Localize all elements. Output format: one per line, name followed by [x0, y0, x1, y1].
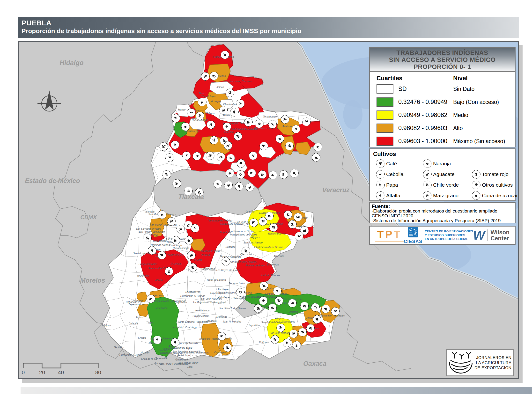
municipality-label: Atlixco [155, 279, 163, 281]
municipality-label: Puebla [194, 258, 202, 261]
crop-icon [227, 154, 235, 162]
cultivo-label: Caña de azucar [482, 193, 518, 198]
crop-icon [271, 335, 279, 344]
municipality-label: Juan N. Méndez [222, 320, 241, 323]
compass-rose [36, 85, 63, 117]
municipality-label: Chiautla [129, 322, 138, 325]
cultivo-item-tomate-rojo: Tomate rojo [471, 169, 481, 180]
legend-row-max: 0.99603 - 1.00000Máximo (Sin acceso) [370, 136, 515, 148]
municipality-label: Aljojuca [251, 236, 260, 239]
tpt-letter-p: P [385, 228, 394, 240]
municipality-label: San Miguel Ixitlán [179, 361, 199, 364]
crop-icon [268, 304, 277, 312]
crop-icon [255, 120, 263, 128]
crop-icon [423, 159, 431, 168]
crop-icon [259, 217, 267, 225]
municipality-label: Tecamachalco [228, 282, 245, 285]
crop-icon [295, 232, 303, 240]
crop-icon [230, 108, 238, 116]
wilson-divider [487, 229, 488, 241]
cultivo-item-otros-cultivos: Otros cultivos [471, 180, 481, 191]
cultivo-label: Alfalfa [386, 193, 400, 198]
tpt-tagline-bar [375, 241, 404, 242]
page: PUEBLA Proporción de trabajadores indíge… [0, 0, 532, 411]
crop-icon [306, 324, 315, 332]
crop-icon [268, 120, 277, 128]
scale-bar: 0204080 [19, 360, 121, 379]
fuente-line: -Sistema de Información Agropecuaria y P… [372, 218, 501, 223]
fuente-line: CENSO INEGI 2020. [372, 213, 415, 219]
crop-icon [193, 152, 201, 160]
crop-icon [281, 115, 289, 123]
municipality-label: Nopalucan [220, 231, 232, 234]
crop-icon [191, 224, 199, 232]
fuente-box: Fuente: -Elaboración propia con microdat… [369, 202, 515, 223]
crop-icon [331, 307, 340, 316]
state-label-tlaxcala: Tlaxcala [178, 193, 204, 200]
state-label-estado-de-m-xico: Estado de México [25, 177, 80, 185]
tpt-letter-t1: T [377, 228, 385, 240]
crop-icon [280, 170, 288, 179]
crop-icon [221, 51, 229, 59]
crop-icon [277, 324, 285, 332]
municipality-label: Cuautinchán [201, 267, 215, 270]
cultivos-header: Cultivos [373, 151, 396, 157]
crop-icon [148, 246, 156, 255]
ciesas-logo: CIESAS CENTRO DE INVESTIGACIONES Y ESTUD… [404, 226, 473, 244]
municipality-label: Huejotzingo [153, 239, 167, 242]
municipality-label: San Felipe Teotlalcingo [139, 230, 165, 233]
crop-icon [172, 236, 180, 244]
municipality-label: Coyotepec [214, 351, 227, 354]
municipality-label: Tlachichuca [268, 232, 281, 235]
cultivo-item-cebolla: Cebolla [376, 169, 385, 180]
municipality-label: Amixtlán [224, 131, 234, 133]
crop-icon [171, 141, 179, 149]
cultivo-item-ma-z-grano: Maíz grano [422, 191, 432, 201]
crop-icon [276, 135, 284, 143]
state-label-hidalgo: Hidalgo [60, 59, 84, 66]
crop-icon [311, 303, 319, 311]
crop-icon [214, 180, 222, 188]
municipality-label: Ajalpan [289, 310, 298, 313]
municipality-label: Zinacatepec [281, 320, 295, 323]
scale-tick: 20 [39, 369, 45, 375]
chile-verde-icon [422, 180, 432, 190]
municipality-label: Zapotitlán [248, 324, 260, 327]
crop-icon [234, 132, 242, 140]
municipality-label: Chila [187, 365, 192, 368]
compass-arrow-icon [45, 90, 54, 110]
cultivo-item-alfalfa: Alfalfa [376, 191, 385, 201]
legend-range: 0.32476 - 0.90949 [398, 98, 447, 105]
crop-icon [423, 191, 431, 200]
legend-row-sd: SDSin Dato [370, 84, 515, 95]
municipality-label: Chila de la Sal [141, 357, 157, 360]
crop-icon [173, 179, 181, 188]
wilson-line2: Center [491, 235, 510, 241]
crop-icon [206, 152, 214, 160]
municipality-label: Tuzamapan de Galeana [230, 127, 257, 130]
state-label-cdmx: CDMX [80, 214, 97, 221]
ciesas-acronym: CIESAS [404, 239, 422, 244]
crop-icon [235, 182, 243, 190]
crop-icon [249, 219, 258, 227]
municipality-label: San Juan Atzompa [201, 297, 222, 300]
municipality-label: Cuautlancingo [173, 247, 189, 250]
alfalfa-icon [376, 191, 385, 200]
crop-icon [300, 302, 309, 310]
municipality-label: Xochitlán Todos Santos [219, 307, 246, 310]
crop-icon [223, 122, 231, 131]
tomate-rojo-icon [471, 169, 481, 179]
municipality-label: Zihuateutla [223, 103, 236, 106]
legend-range: 0.90949 - 0.98082 [398, 112, 447, 119]
legend-level: Máximo (Sin acceso) [453, 138, 505, 145]
municipality-label: Tepeojuma [155, 307, 168, 309]
crop-icon [302, 118, 311, 126]
state-label-oaxaca: Oaxaca [303, 360, 326, 367]
municipality-label: Tepexco [136, 316, 145, 319]
municipality-label: Ahuatlán [173, 326, 183, 329]
municipality-label: Tepatlaxco de Hidalgo [207, 219, 232, 222]
bottom-gradient-strip [20, 387, 532, 394]
jornaleros-line3: DE EXPORTACIÓN [475, 365, 512, 370]
ciesas-line3: EN ANTROPOLOGÍA SOCIAL [425, 237, 473, 241]
papa-icon [376, 180, 385, 190]
